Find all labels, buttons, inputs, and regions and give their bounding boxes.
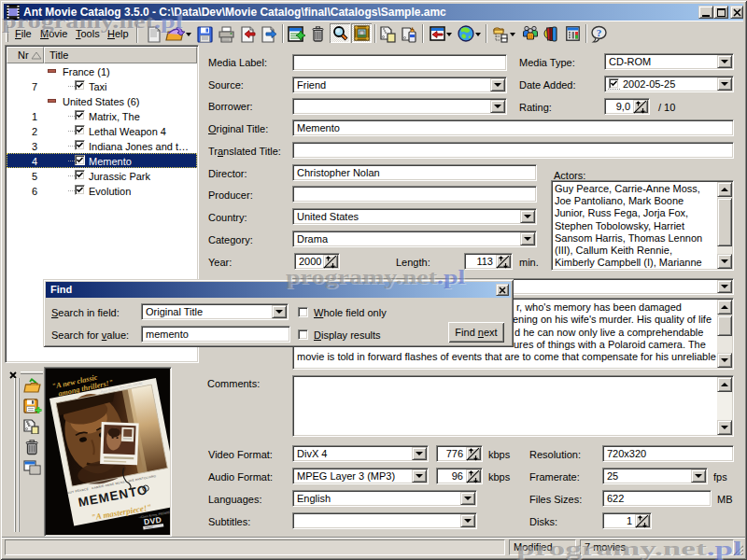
svg-text:?: ?: [597, 27, 602, 38]
